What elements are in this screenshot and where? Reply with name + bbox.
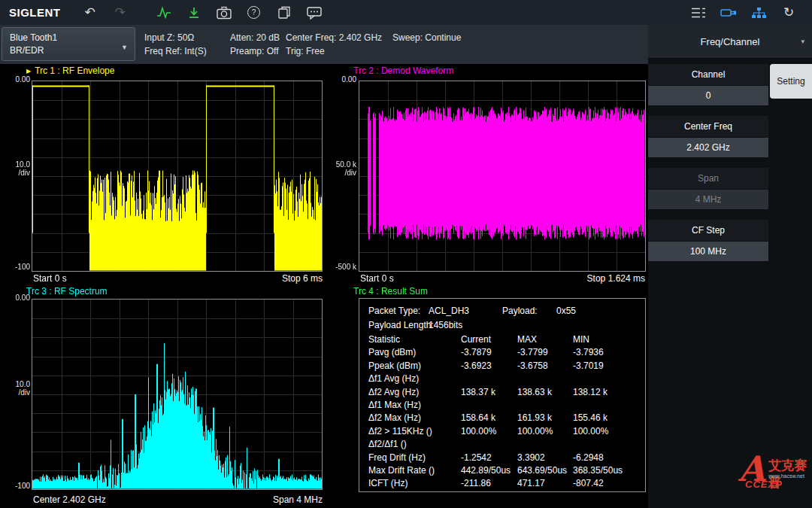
stat-value: -3.6758 <box>517 360 548 371</box>
function-menu: Freq/Channel ▾ Setting Channel 0 Center … <box>648 25 812 508</box>
help-icon[interactable]: ? <box>243 3 265 23</box>
stat-value: 155.46 k <box>573 412 607 423</box>
stat-value: 442.89/50us <box>461 465 511 476</box>
stat-value: 158.64 k <box>461 412 495 423</box>
task-list-icon[interactable] <box>687 3 710 23</box>
stat-value: 643.69/50us <box>517 465 567 476</box>
usb-icon[interactable] <box>717 3 740 23</box>
stat-label: Δf2 Max (Hz) <box>368 412 421 423</box>
stat-value: -6.2948 <box>573 452 604 463</box>
copy-icon[interactable] <box>273 3 295 23</box>
menu-item-value: 4 MHz <box>648 190 768 209</box>
menu-item-span: Span 4 MHz <box>648 168 768 209</box>
stat-value: -3.7879 <box>461 347 492 357</box>
trc2-y-bottom: -500 k <box>326 263 356 271</box>
table-row: Δf2 > 115KHz ()100.00%100.00%100.00% <box>359 426 645 439</box>
trc3-x-center: Center 2.402 GHz <box>33 494 106 505</box>
trc3-y-div-unit: /div <box>0 388 30 397</box>
info-value: 1456bits <box>429 320 462 330</box>
trc2-y-top: 0.00 <box>326 75 356 84</box>
stat-label: Pavg (dBm) <box>368 347 416 357</box>
info-label: Payload: <box>502 306 538 316</box>
stat-value: 161.93 k <box>517 412 552 423</box>
trc2-y-div-unit: /div <box>326 169 356 177</box>
status-field-input: Input Z: 50Ω Freq Ref: Int(S) <box>144 31 207 58</box>
trc3-y-top: 0.00 <box>0 294 30 302</box>
menu-header[interactable]: Freq/Channel ▾ <box>648 25 812 59</box>
stat-value: 138.63 k <box>517 387 552 397</box>
status-line: Freq Ref: Int(S) <box>144 44 207 58</box>
trc2-title: Trc 2 : Demod Waveform <box>353 65 453 76</box>
menu-item-value: 100 MHz <box>648 242 768 261</box>
status-line: Sweep: Continue <box>392 31 461 44</box>
stat-value: -3.6923 <box>461 360 492 371</box>
trc1-title-text: Trc 1 : RF Envelope <box>35 65 114 76</box>
signal-icon[interactable] <box>153 3 175 23</box>
menu-item-label: CF Step <box>648 220 768 241</box>
packet-info-row: Packet Type: ACL_DH3 Payload: 0x55 <box>359 306 645 320</box>
stat-value: -3.7936 <box>573 347 604 357</box>
measurement-mode-dropdown[interactable]: Blue Tooth1 BR/EDR ▼ <box>2 27 135 61</box>
info-value: 0x55 <box>556 306 576 316</box>
stat-value: 368.35/50us <box>573 465 623 476</box>
stat-label: Freq Drift (Hz) <box>368 452 426 463</box>
stat-value: 471.17 <box>517 478 545 488</box>
screenshot-icon[interactable] <box>213 3 235 23</box>
history-glyph: ↻ <box>783 6 794 19</box>
history-icon[interactable]: ↻ <box>777 3 800 23</box>
undo-icon[interactable]: ↶ <box>79 3 102 23</box>
setting-tab[interactable]: Setting <box>770 64 812 99</box>
trc2-x-stop: Stop 1.624 ms <box>526 273 645 284</box>
status-bar: Blue Tooth1 BR/EDR ▼ Input Z: 50Ω Freq R… <box>0 25 648 64</box>
active-trace-marker-icon: ▶ <box>26 68 31 75</box>
stat-value: -1.2542 <box>461 452 492 463</box>
siglent-logo: SIGLENT <box>9 6 61 19</box>
trc3-y-div: 10.0 <box>0 380 30 388</box>
trc1-y-div-unit: /div <box>0 169 30 177</box>
stat-value: -3.7019 <box>573 360 604 371</box>
watermark-subtext: www.hacsw.net <box>768 473 804 479</box>
recall-icon[interactable] <box>183 3 205 23</box>
menu-item-center-freq[interactable]: Center Freq 2.402 GHz <box>648 116 768 157</box>
trc3-y-bottom: -100 <box>0 482 30 490</box>
trc1-x-start: Start 0 s <box>33 273 67 284</box>
table-row: Max Drift Rate ()442.89/50us643.69/50us3… <box>359 465 645 478</box>
trc2-y-div: 50.0 k <box>326 160 356 169</box>
status-line: Trig: Free <box>286 44 382 58</box>
stat-value: -807.42 <box>573 478 604 488</box>
table-row: Ppeak (dBm)-3.6923-3.6758-3.7019 <box>359 360 645 373</box>
toolbar: SIGLENT ↶ ↷ ? <box>0 0 812 25</box>
message-icon[interactable] <box>303 3 326 23</box>
undo-glyph: ↶ <box>84 6 95 19</box>
trc2-title-text: Trc 2 : Demod Waveform <box>353 65 453 76</box>
stat-value: Current <box>461 334 491 345</box>
stat-label: Δf2 > 115KHz () <box>368 426 432 437</box>
stat-value: 3.3902 <box>517 452 545 463</box>
status-line: Preamp: Off <box>230 44 280 58</box>
menu-item-channel[interactable]: Channel 0 <box>648 64 768 105</box>
table-row: ICFT (Hz)-211.86471.17-807.42 <box>359 478 645 491</box>
trc1-y-top: 0.00 <box>0 75 30 84</box>
stat-value: 138.37 k <box>461 387 495 397</box>
info-value: ACL_DH3 <box>429 306 469 316</box>
stat-value: 138.12 k <box>573 387 607 397</box>
stat-label: Max Drift Rate () <box>368 465 435 476</box>
stat-label: Ppeak (dBm) <box>368 360 421 371</box>
info-label: Payload Length: <box>368 320 434 330</box>
menu-item-value: 0 <box>648 86 768 105</box>
status-line: Center Freq: 2.402 GHz <box>286 31 382 44</box>
payload-info-row: Payload Length: 1456bits <box>359 320 645 334</box>
table-row: Freq Drift (Hz)-1.25423.3902-6.2948 <box>359 452 645 465</box>
toolbar-right-group: ↻ <box>687 3 807 23</box>
trc3-title: Trc 3 : RF Spectrum <box>26 286 108 297</box>
menu-item-label: Center Freq <box>648 116 768 137</box>
menu-item-cf-step[interactable]: CF Step 100 MHz <box>648 220 768 261</box>
menu-title: Freq/Channel <box>701 36 760 47</box>
stat-value: 100.00% <box>573 426 608 437</box>
status-field-atten: Atten: 20 dB Preamp: Off <box>230 31 280 58</box>
menu-item-list: Channel 0 Center Freq 2.402 GHz Span 4 M… <box>648 64 768 272</box>
mode-line1: Blue Tooth1 <box>10 32 135 44</box>
redo-icon[interactable]: ↷ <box>109 3 132 23</box>
status-line: Input Z: 50Ω <box>144 31 207 44</box>
lan-icon[interactable] <box>747 3 770 23</box>
